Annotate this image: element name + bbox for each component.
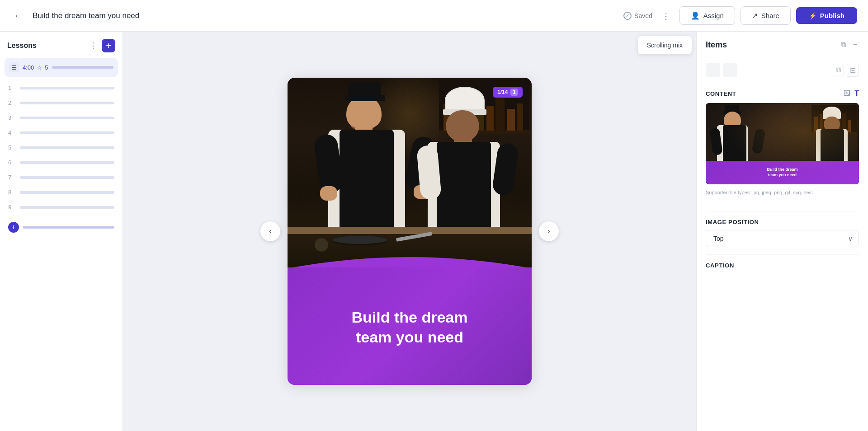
publish-icon: ⚡ [809,12,816,19]
list-item[interactable]: 7 [5,170,118,185]
scrolling-mix-label: Scrolling mix [647,42,683,49]
topbar: ← Build the dream team you need ✓ Saved … [0,0,868,32]
panel-toolbar: ⧉ ⊞ [697,58,868,82]
lesson-bar [20,191,114,194]
mini-chef-scene: Build the dreamteam you need [706,103,859,184]
sidebar-header: Lessons ⋮ + [0,32,123,58]
prev-slide-button[interactable]: ‹ [260,221,280,241]
lesson-number: 5 [8,144,15,151]
lesson-number: 4 [8,129,15,136]
panel-header-actions: ⧉ − [839,39,859,51]
lesson-bar [20,146,114,149]
saved-icon: ✓ [623,12,632,20]
lesson-number: 2 [8,99,15,106]
panel-title: Items [706,40,727,50]
lesson-bar [20,131,114,134]
chefs-scene [288,78,532,267]
file-types-text: Supported file types: jpg, jpeg, png, gi… [706,189,859,197]
assign-label: Assign [703,12,724,19]
minimize-panel-button[interactable]: − [851,39,859,51]
list-item[interactable]: 4 [5,125,118,140]
panel-header: Items ⧉ − [697,32,868,58]
assign-button[interactable]: 👤 Assign [679,6,735,25]
caption-label: CAPTION [706,262,859,269]
share-icon: ↗ [752,11,758,20]
list-item[interactable]: 9 [5,200,118,215]
add-lesson-button[interactable]: + [102,39,115,52]
prev-icon: ‹ [269,227,271,235]
content-image-preview[interactable]: Build the dreamteam you need [706,103,859,184]
slide-text-area: Build the dreamteam you need [288,267,532,385]
lesson-bar [20,161,114,164]
slide-progress: 1/14 [497,89,508,95]
main-layout: Lessons ⋮ + ☰ 4:00 ☆ 5 1 2 [0,32,868,431]
back-button[interactable]: ← [11,8,25,23]
publish-label: Publish [820,12,844,19]
lessons-more-button[interactable]: ⋮ [88,40,98,52]
toolbar-btn-2[interactable] [723,63,737,77]
share-label: Share [761,12,779,19]
position-select[interactable]: Top Bottom Left Right Background [706,230,859,247]
saved-badge: ✓ Saved [623,12,652,20]
slide-progress-badge: 1/14 1 [493,87,523,98]
star-count: 5 [45,64,48,71]
content-section: CONTENT 🖼 T [697,82,868,211]
copy-icon-btn[interactable]: ⧉ [833,64,844,76]
position-select-wrapper: Top Bottom Left Right Background ∨ [706,230,859,247]
list-item[interactable]: 5 [5,140,118,155]
scrolling-mix-tooltip: Scrolling mix [638,36,692,54]
list-item[interactable]: 8 [5,185,118,200]
right-panel: Items ⧉ − ⧉ ⊞ CONTENT 🖼 T [696,32,868,431]
add-item-row[interactable]: + [0,216,123,238]
add-bar [23,226,114,229]
lesson-progress-bar [52,66,113,69]
lesson-number: 8 [8,189,15,196]
image-type-button[interactable]: 🖼 [844,89,851,98]
lesson-number: 9 [8,204,15,211]
mini-curve [706,175,859,184]
share-button[interactable]: ↗ Share [741,6,791,25]
lesson-bar [20,117,114,119]
sidebar: Lessons ⋮ + ☰ 4:00 ☆ 5 1 2 [0,32,123,431]
slide-badge-num: 1 [510,89,518,96]
next-icon: › [547,227,550,235]
page-title: Build the dream team you need [33,11,616,20]
text-type-button[interactable]: T [854,89,859,98]
list-item[interactable]: 2 [5,95,118,110]
lesson-bar [20,176,114,179]
lesson-type-icon: ☰ [9,62,19,72]
lessons-title: Lessons [7,42,37,50]
curve-overlay [288,246,532,267]
lesson-bar [20,102,114,104]
list-item[interactable]: 3 [5,110,118,125]
lesson-bar [20,206,114,209]
sidebar-header-actions: ⋮ + [88,39,115,52]
next-slide-button[interactable]: › [539,221,559,241]
copy-panel-button[interactable]: ⧉ [839,39,848,51]
image-position-section: IMAGE POSITION Top Bottom Left Right Bac… [697,211,868,254]
content-label: CONTENT [706,90,736,97]
image-position-label: IMAGE POSITION [706,219,859,225]
assign-icon: 👤 [691,11,700,20]
slide-image-area: 1/14 1 [288,78,532,267]
content-section-title: CONTENT 🖼 T [706,89,859,98]
lesson-duration: 4:00 ☆ 5 [23,64,48,71]
slide-container: 1/14 1 Build the dreamteam you need [288,78,532,385]
content-section-icons: 🖼 T [844,89,859,98]
lesson-number: 3 [8,114,15,121]
list-item[interactable]: 6 [5,155,118,170]
toolbar-btn-1[interactable] [706,63,720,77]
active-lesson[interactable]: ☰ 4:00 ☆ 5 [5,58,118,77]
star-icon: ☆ [37,64,42,71]
caption-section: CAPTION [697,255,868,276]
lesson-number: 6 [8,159,15,166]
list-item[interactable]: 1 [5,80,118,95]
lesson-number: 7 [8,174,15,181]
add-icon: + [8,222,19,233]
topbar-actions: ✓ Saved ⋮ 👤 Assign ↗ Share ⚡ Publish [623,6,857,25]
publish-button[interactable]: ⚡ Publish [796,7,857,24]
grid-icon-btn[interactable]: ⊞ [847,64,859,77]
slide-main-text: Build the dreamteam you need [352,307,468,347]
more-button[interactable]: ⋮ [658,9,674,23]
lesson-list: 1 2 3 4 5 6 7 [0,79,123,216]
